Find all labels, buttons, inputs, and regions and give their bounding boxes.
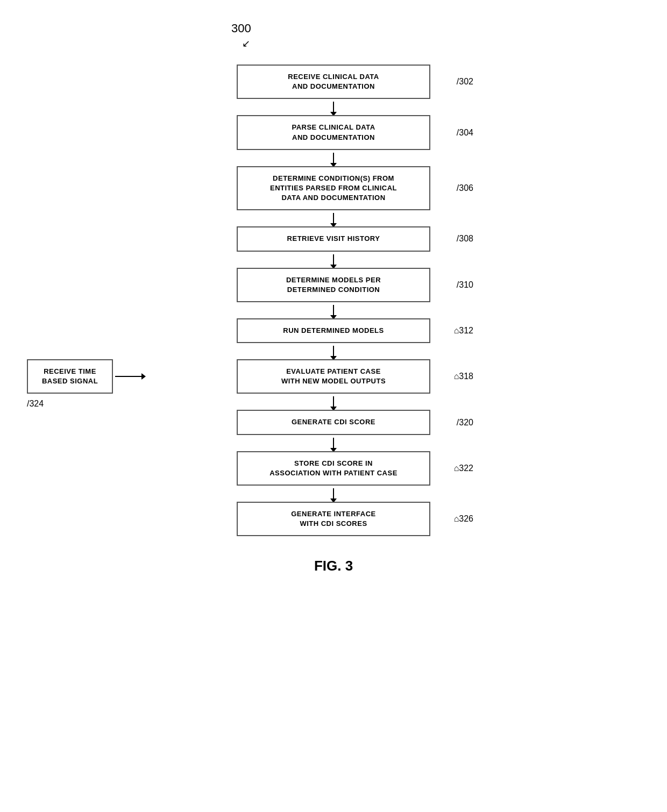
- label-326: ⌂326: [454, 514, 473, 524]
- connector-306-308: [237, 210, 430, 226]
- row-312: RUN DETERMINED MODELS ⌂312: [145, 318, 522, 343]
- arrow-down-icon: [333, 346, 334, 357]
- row-320: GENERATE CDI SCORE /320: [145, 410, 522, 435]
- connector-304-306: [237, 150, 430, 166]
- label-312: ⌂312: [454, 326, 473, 336]
- row-322: STORE CDI SCORE INASSOCIATION WITH PATIE…: [145, 451, 522, 486]
- row-326: GENERATE INTERFACEWITH CDI SCORES ⌂326: [145, 502, 522, 536]
- box-322-container: STORE CDI SCORE INASSOCIATION WITH PATIE…: [237, 451, 430, 486]
- connector-312-318: [237, 343, 430, 359]
- figure-number: 300: [231, 22, 251, 35]
- box-326: GENERATE INTERFACEWITH CDI SCORES: [237, 502, 430, 536]
- arrow-down-icon: [333, 102, 334, 112]
- label-304: /304: [457, 128, 473, 138]
- side-box-area-324: RECEIVE TIMEBASED SIGNAL /324: [27, 359, 142, 394]
- label-308: /308: [457, 234, 473, 244]
- box-302: RECEIVE CLINICAL DATAAND DOCUMENTATION: [237, 65, 430, 99]
- connector-322-326: [237, 486, 430, 502]
- label-322: ⌂322: [454, 464, 473, 473]
- box-320-container: GENERATE CDI SCORE /320: [237, 410, 430, 435]
- box-324: RECEIVE TIMEBASED SIGNAL: [27, 359, 113, 394]
- box-326-container: GENERATE INTERFACEWITH CDI SCORES ⌂326: [237, 502, 430, 536]
- diagram-area: 300 ↙ RECEIVE CLINICAL DATAAND DOCUMENTA…: [145, 65, 522, 574]
- row-304: PARSE CLINICAL DATAAND DOCUMENTATION /30…: [145, 115, 522, 149]
- box-304-container: PARSE CLINICAL DATAAND DOCUMENTATION /30…: [237, 115, 430, 149]
- side-arrow-line-icon: [115, 376, 142, 377]
- arrow-down-icon: [333, 438, 334, 448]
- row-310: DETERMINE MODELS PERDETERMINED CONDITION…: [145, 268, 522, 302]
- label-324: /324: [27, 399, 44, 409]
- box-304: PARSE CLINICAL DATAAND DOCUMENTATION: [237, 115, 430, 149]
- box-318-container: EVALUATE PATIENT CASEWITH NEW MODEL OUTP…: [237, 359, 430, 394]
- row-318: RECEIVE TIMEBASED SIGNAL /324 EVALUATE P…: [145, 359, 522, 394]
- label-306: /306: [457, 183, 473, 193]
- box-322: STORE CDI SCORE INASSOCIATION WITH PATIE…: [237, 451, 430, 486]
- connector-318-320: [237, 394, 430, 410]
- box-320: GENERATE CDI SCORE: [237, 410, 430, 435]
- box-308-container: RETRIEVE VISIT HISTORY /308: [237, 226, 430, 251]
- connector-310-312: [237, 302, 430, 318]
- figure-caption: FIG. 3: [145, 558, 522, 574]
- label-318: ⌂318: [454, 372, 473, 381]
- label-320: /320: [457, 418, 473, 428]
- side-arrow-324: [115, 376, 142, 377]
- page-container: 300 ↙ RECEIVE CLINICAL DATAAND DOCUMENTA…: [0, 0, 667, 812]
- row-306: DETERMINE CONDITION(S) FROMENTITIES PARS…: [145, 166, 522, 211]
- row-302: RECEIVE CLINICAL DATAAND DOCUMENTATION /…: [145, 65, 522, 99]
- box-310: DETERMINE MODELS PERDETERMINED CONDITION: [237, 268, 430, 302]
- arrow-down-icon: [333, 153, 334, 163]
- box-302-container: RECEIVE CLINICAL DATAAND DOCUMENTATION /…: [237, 65, 430, 99]
- arrow-down-icon: [333, 396, 334, 407]
- flowchart: RECEIVE CLINICAL DATAAND DOCUMENTATION /…: [145, 65, 522, 536]
- connector-320-322: [237, 435, 430, 451]
- figure-arrow: ↙: [242, 38, 250, 49]
- box-318: EVALUATE PATIENT CASEWITH NEW MODEL OUTP…: [237, 359, 430, 394]
- box-310-container: DETERMINE MODELS PERDETERMINED CONDITION…: [237, 268, 430, 302]
- row-308: RETRIEVE VISIT HISTORY /308: [145, 226, 522, 251]
- arrow-down-icon: [333, 488, 334, 499]
- connector-302-304: [237, 99, 430, 115]
- arrow-down-icon: [333, 305, 334, 316]
- box-306-container: DETERMINE CONDITION(S) FROMENTITIES PARS…: [237, 166, 430, 211]
- box-312-container: RUN DETERMINED MODELS ⌂312: [237, 318, 430, 343]
- label-302: /302: [457, 77, 473, 87]
- box-306: DETERMINE CONDITION(S) FROMENTITIES PARS…: [237, 166, 430, 211]
- box-308: RETRIEVE VISIT HISTORY: [237, 226, 430, 251]
- arrow-down-icon: [333, 213, 334, 224]
- box-312: RUN DETERMINED MODELS: [237, 318, 430, 343]
- label-310: /310: [457, 280, 473, 290]
- arrow-down-icon: [333, 254, 334, 265]
- connector-308-310: [237, 252, 430, 268]
